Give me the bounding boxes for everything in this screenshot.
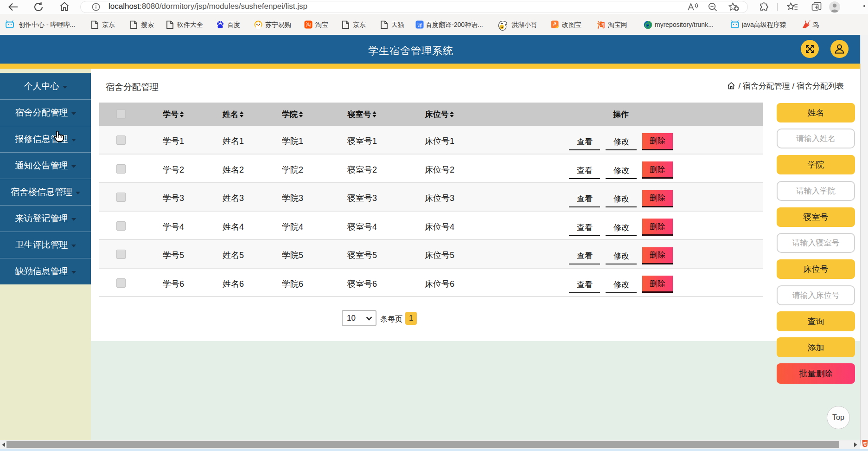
svg-text:淘: 淘	[306, 22, 311, 27]
svg-text:译: 译	[417, 22, 422, 28]
svg-text:淘: 淘	[597, 21, 605, 29]
